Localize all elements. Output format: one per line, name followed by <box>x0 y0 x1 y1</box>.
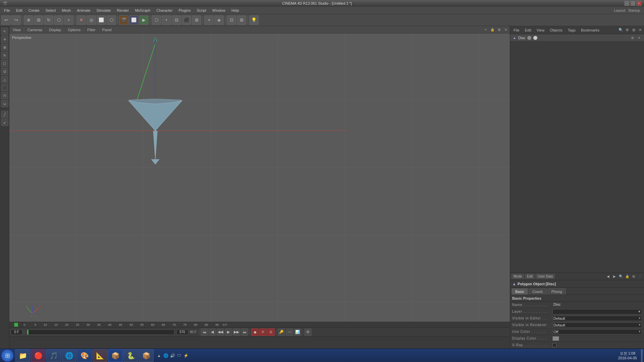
viewport-solo[interactable]: ⊡ <box>227 15 236 25</box>
rotate-tool-lt[interactable]: ↻ <box>1 52 8 59</box>
obj-gear-icon[interactable]: ⚙ <box>625 27 630 33</box>
obj-close-icon[interactable]: ✕ <box>637 27 643 33</box>
obj-expand-btn[interactable]: ⊞ <box>630 35 635 41</box>
taskbar-photoshop[interactable]: 🎨 <box>77 349 92 362</box>
display-color-swatch[interactable] <box>552 336 559 341</box>
show-desktop-button[interactable] <box>641 349 643 362</box>
rotate-tool[interactable]: ↻ <box>44 15 53 25</box>
move-tool-lt[interactable]: ✛ <box>1 36 8 43</box>
object-mode[interactable]: ⬡ <box>152 15 161 25</box>
object-item-disc[interactable]: ▲ Disc ⊞ ✕ <box>510 34 644 42</box>
timeline-button[interactable]: 📊 <box>294 328 301 336</box>
select-all-tool[interactable]: ✕ <box>76 15 86 25</box>
menu-window[interactable]: Window <box>210 8 228 13</box>
vp-menu-display[interactable]: Display <box>47 27 63 33</box>
disc-visibility-dot1[interactable] <box>527 36 531 40</box>
render-active[interactable]: ▶ <box>139 15 149 25</box>
props-next-icon[interactable]: ▶ <box>612 274 617 279</box>
record-rot-button[interactable]: R <box>267 328 275 336</box>
tray-volume-icon[interactable]: 🔊 <box>170 353 175 358</box>
vp-menu-filter[interactable]: Filter <box>85 27 97 33</box>
select-poly-tool[interactable]: ⬡ <box>107 15 116 25</box>
move-tool[interactable]: ⊕ <box>24 15 33 25</box>
play-reverse-button[interactable]: ◀◀ <box>217 328 224 336</box>
obj-menu-view[interactable]: View <box>535 27 547 33</box>
vp-menu-panel[interactable]: Panel <box>100 27 114 33</box>
viewport[interactable]: Perspective X Z Y X Y <box>9 34 510 322</box>
use-color-select[interactable]: Off ▼ <box>552 329 642 335</box>
taskbar-illustrator[interactable]: 📐 <box>93 349 107 362</box>
tool8-lt[interactable]: ⬛ <box>1 84 8 91</box>
xray-checkbox[interactable] <box>552 343 556 347</box>
obj-menu-edit[interactable]: Edit <box>523 27 533 33</box>
menu-mograph[interactable]: MoGraph <box>132 8 153 13</box>
polys-mode[interactable]: ⬛ <box>182 15 191 25</box>
menu-script[interactable]: Script <box>194 8 209 13</box>
props-prev-icon[interactable]: ◀ <box>605 274 611 279</box>
taskbar-c4d[interactable]: 📦 <box>108 349 123 362</box>
tool7-lt[interactable]: △ <box>1 76 8 83</box>
render-region[interactable]: ⬜ <box>129 15 139 25</box>
name-input[interactable]: Disc <box>552 302 642 308</box>
timeline-scrubber[interactable] <box>27 329 174 335</box>
props-lock-icon[interactable]: 🔒 <box>625 274 630 279</box>
taskbar-app4[interactable]: 📦 <box>139 349 154 362</box>
scale-tool[interactable]: ⊞ <box>34 15 43 25</box>
menu-select[interactable]: Select <box>43 8 59 13</box>
tab-coord[interactable]: Coord. <box>529 288 547 295</box>
go-to-end-button[interactable]: ⏭ <box>241 328 248 336</box>
tray-network-icon[interactable]: 🌐 <box>163 353 168 358</box>
menu-render[interactable]: Render <box>114 8 131 13</box>
maximize-button[interactable]: □ <box>631 1 635 6</box>
tool11-lt[interactable]: ╱ <box>1 111 8 118</box>
obj-expand-icon[interactable]: ⊞ <box>631 27 636 33</box>
tool5-lt[interactable]: ⬡ <box>1 60 8 67</box>
select-tool-lt[interactable]: ↖ <box>1 27 8 35</box>
obj-menu-tags[interactable]: Tags <box>566 27 578 33</box>
close-button[interactable]: ✕ <box>637 1 641 6</box>
visible-editor-select[interactable]: Default ▼ <box>552 316 642 321</box>
taskbar-app2[interactable]: 🎵 <box>46 349 61 362</box>
menu-file[interactable]: File <box>1 8 13 13</box>
record-pos-button[interactable]: P <box>259 328 267 336</box>
tool10-lt[interactable]: ⊔ <box>1 100 8 107</box>
motion-button[interactable]: 〰 <box>286 328 293 336</box>
settings-button[interactable]: ⚙ <box>304 328 312 336</box>
tray-up-icon[interactable]: ▲ <box>156 353 162 358</box>
menu-animate[interactable]: Animate <box>74 8 93 13</box>
tray-security-icon[interactable]: 🛡 <box>176 353 182 358</box>
taskbar-app3[interactable]: 🐍 <box>123 349 138 362</box>
obj-menu-objects[interactable]: Objects <box>548 27 564 33</box>
menu-character[interactable]: Character <box>154 8 175 13</box>
props-userdata-btn[interactable]: User Data <box>536 274 555 279</box>
layer-input[interactable]: ▼ <box>552 309 642 314</box>
disc-visibility-dot2[interactable] <box>533 36 537 40</box>
visible-renderer-select[interactable]: Default ▼ <box>552 322 642 328</box>
edges-mode[interactable]: ⊟ <box>172 15 181 25</box>
record-button[interactable]: ⏺ <box>251 328 259 336</box>
render-preview[interactable]: 🎬 <box>119 15 128 25</box>
taskbar-chrome[interactable]: 🌐 <box>62 349 76 362</box>
select-rect-tool[interactable]: ⬜ <box>97 15 106 25</box>
tool12-lt[interactable]: ↙ <box>1 119 8 126</box>
magnet-tool[interactable]: ⌖ <box>204 15 214 25</box>
menu-mesh[interactable]: Mesh <box>59 8 73 13</box>
props-grid-icon[interactable]: ⊞ <box>631 274 636 279</box>
play-forward-button[interactable]: ▶▶ <box>233 328 240 336</box>
display-quad[interactable]: ⊞ <box>237 15 246 25</box>
taskbar-explorer[interactable]: 📁 <box>15 349 30 362</box>
menu-help[interactable]: Help <box>229 8 242 13</box>
scale-tool-lt[interactable]: ⊞ <box>1 44 8 51</box>
go-to-start-button[interactable]: ⏮ <box>201 328 208 336</box>
taskbar-app1[interactable]: 🔴 <box>31 349 46 362</box>
uvw-mode[interactable]: ⊞ <box>192 15 201 25</box>
taskbar-clock[interactable]: 오전 1:08 2016-04-05 <box>615 351 640 360</box>
tab-phong[interactable]: Phong <box>548 288 566 295</box>
props-mode-btn[interactable]: Mode <box>512 274 524 279</box>
redo-button[interactable]: ↪ <box>11 15 21 25</box>
menu-edit[interactable]: Edit <box>13 8 25 13</box>
obj-menu-file[interactable]: File <box>512 27 522 33</box>
mirror-tool[interactable]: ◈ <box>214 15 224 25</box>
menu-plugins[interactable]: Plugins <box>176 8 194 13</box>
prev-frame-button[interactable]: ◀ <box>209 328 216 336</box>
